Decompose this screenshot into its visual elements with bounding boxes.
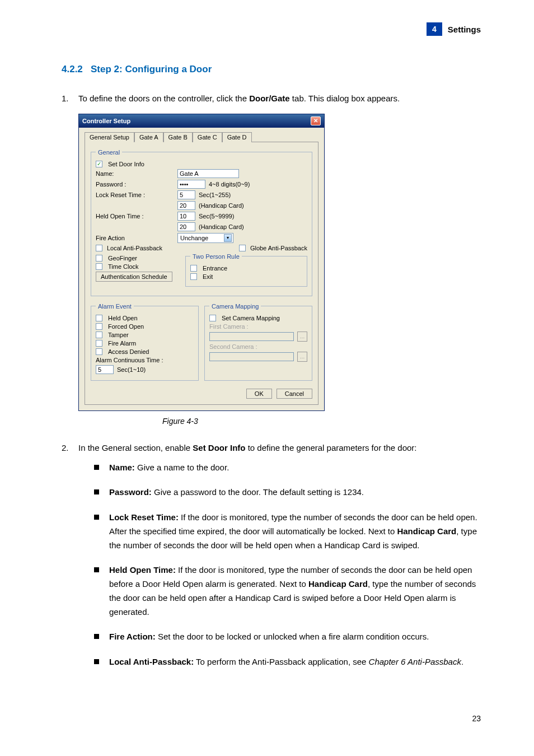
geofinger-label: GeoFinger xyxy=(108,255,137,262)
bullet-marker-icon xyxy=(94,515,99,520)
two-person-fieldset: Two Person Rule Entrance Exit xyxy=(185,253,307,287)
bullet-localapb-italic: Chapter 6 Anti-Passback xyxy=(369,657,461,666)
fire-alarm-checkbox[interactable] xyxy=(96,340,102,347)
forced-open-label: Forced Open xyxy=(108,323,144,330)
tab-gate-c[interactable]: Gate C xyxy=(193,132,222,142)
timeclock-checkbox[interactable] xyxy=(96,263,102,270)
held-open-input-2[interactable] xyxy=(177,222,195,231)
bullet-marker-icon xyxy=(94,659,99,664)
bullet-name-text: Give a name to the door. xyxy=(135,463,229,472)
chevron-down-icon: ▾ xyxy=(224,234,232,242)
tab-general-setup[interactable]: General Setup xyxy=(85,132,134,142)
set-camera-label: Set Camera Mapping xyxy=(222,315,280,321)
fire-action-value: Unchange xyxy=(180,235,208,241)
bullet-name: Name: Give a name to the door. xyxy=(94,461,481,475)
step-2-number: 2. xyxy=(62,441,73,680)
bullet-password: Password: Give a password to the door. T… xyxy=(94,486,481,500)
alarm-event-fieldset: Alarm Event Held Open Forced Open Tamper… xyxy=(91,303,199,381)
name-label: Name: xyxy=(96,170,174,177)
bullet-heldopen-bold: Held Open Time: xyxy=(109,565,176,575)
page-header: 4 Settings xyxy=(62,22,481,36)
figure-caption: Figure 4-3 xyxy=(162,417,481,426)
page-number: 23 xyxy=(62,714,481,723)
step-1: 1. To define the doors on the controller… xyxy=(62,92,481,106)
alarm-cont-label: Alarm Continuous Time : xyxy=(96,357,163,363)
step-2: 2. In the General section, enable Set Do… xyxy=(62,441,481,680)
held-open-input-1[interactable] xyxy=(177,212,195,221)
step-2-text-1: In the General section, enable xyxy=(78,443,193,452)
alarm-cont-input[interactable] xyxy=(96,365,114,374)
globe-apb-label: Globe Anti-Passback xyxy=(250,245,307,251)
bullet-marker-icon xyxy=(94,567,99,572)
second-camera-label: Second Camera : xyxy=(209,343,307,350)
fire-alarm-label: Fire Alarm xyxy=(108,340,136,347)
step-2-text-2: to define the general parameters for the… xyxy=(245,443,416,452)
step-1-text-2: tab. This dialog box appears. xyxy=(290,94,400,103)
fire-action-select[interactable]: Unchange ▾ xyxy=(177,233,233,243)
close-icon[interactable]: ✕ xyxy=(311,116,321,125)
lock-reset-hint-2: (Handicap Card) xyxy=(199,202,244,209)
fire-action-label: Fire Action xyxy=(96,235,174,241)
held-open-checkbox[interactable] xyxy=(96,315,102,321)
bullet-lockreset-bold: Lock Reset Time: xyxy=(109,512,179,522)
step-1-text-1: To define the doors on the controller, c… xyxy=(78,94,249,103)
bullet-password-bold: Password: xyxy=(109,487,152,497)
held-open-label: Held Open Time : xyxy=(96,213,174,220)
timeclock-label: Time Clock xyxy=(108,263,139,270)
section-heading: 4.2.2 Step 2: Configuring a Door xyxy=(62,64,481,75)
auth-schedule-button[interactable]: Authentication Schedule xyxy=(96,272,172,282)
geofinger-checkbox[interactable] xyxy=(96,255,102,262)
general-legend: General xyxy=(96,149,122,156)
held-open-alarm-label: Held Open xyxy=(108,315,138,321)
bullet-localapb-bold: Local Anti-Passback: xyxy=(109,657,194,666)
camera-legend: Camera Mapping xyxy=(209,303,261,310)
entrance-checkbox[interactable] xyxy=(190,265,197,272)
step-1-bold: Door/Gate xyxy=(249,94,290,103)
bullet-held-open: Held Open Time: If the door is monitored… xyxy=(94,563,481,619)
bullet-marker-icon xyxy=(94,634,99,639)
password-label: Password : xyxy=(96,181,174,188)
access-denied-label: Access Denied xyxy=(108,348,149,355)
exit-label: Exit xyxy=(203,273,213,280)
section-title: Step 2: Configuring a Door xyxy=(91,64,212,74)
bullet-lock-reset: Lock Reset Time: If the door is monitore… xyxy=(94,511,481,552)
step-1-number: 1. xyxy=(62,92,73,106)
second-camera-input xyxy=(209,352,294,361)
local-apb-label: Local Anti-Passback xyxy=(107,245,162,251)
local-apb-checkbox[interactable] xyxy=(96,245,102,251)
ok-button[interactable]: OK xyxy=(246,389,272,399)
dialog-titlebar: Controller Setup ✕ xyxy=(79,114,324,128)
second-camera-browse-button: … xyxy=(297,352,307,362)
bullet-localapb-t1: To perform the Anti-Passback application… xyxy=(194,657,368,666)
access-denied-checkbox[interactable] xyxy=(96,348,102,355)
held-open-hint-1: Sec(5~9999) xyxy=(199,213,234,220)
tamper-checkbox[interactable] xyxy=(96,332,102,338)
tab-gate-a[interactable]: Gate A xyxy=(134,132,163,142)
lock-reset-hint-1: Sec(1~255) xyxy=(199,192,231,198)
set-door-info-checkbox[interactable] xyxy=(96,161,102,167)
set-camera-checkbox[interactable] xyxy=(209,315,216,321)
camera-mapping-fieldset: Camera Mapping Set Camera Mapping First … xyxy=(204,303,312,381)
dialog-title: Controller Setup xyxy=(82,118,130,124)
set-door-info-label: Set Door Info xyxy=(108,161,144,167)
alarm-cont-hint: Sec(1~10) xyxy=(117,366,146,373)
bullet-lockreset-bold2: Handicap Card xyxy=(397,526,456,536)
password-hint: 4~8 digits(0~9) xyxy=(209,181,250,188)
dialog-tabs: General Setup Gate A Gate B Gate C Gate … xyxy=(85,132,318,142)
tab-gate-d[interactable]: Gate D xyxy=(222,132,252,142)
tab-gate-b[interactable]: Gate B xyxy=(163,132,193,142)
forced-open-checkbox[interactable] xyxy=(96,323,102,330)
lock-reset-label: Lock Reset Time : xyxy=(96,192,174,198)
controller-setup-dialog: Controller Setup ✕ General Setup Gate A … xyxy=(78,114,325,411)
lock-reset-input-1[interactable] xyxy=(177,190,195,199)
password-input[interactable] xyxy=(177,180,205,189)
tamper-label: Tamper xyxy=(108,332,129,338)
lock-reset-input-2[interactable] xyxy=(177,201,195,210)
bullet-heldopen-bold2: Handicap Card xyxy=(308,579,368,589)
section-number: 4.2.2 xyxy=(62,64,83,74)
exit-checkbox[interactable] xyxy=(190,273,197,280)
name-input[interactable] xyxy=(177,169,239,178)
cancel-button[interactable]: Cancel xyxy=(277,389,312,399)
globe-apb-checkbox[interactable] xyxy=(239,245,246,251)
chapter-title: Settings xyxy=(448,25,481,34)
